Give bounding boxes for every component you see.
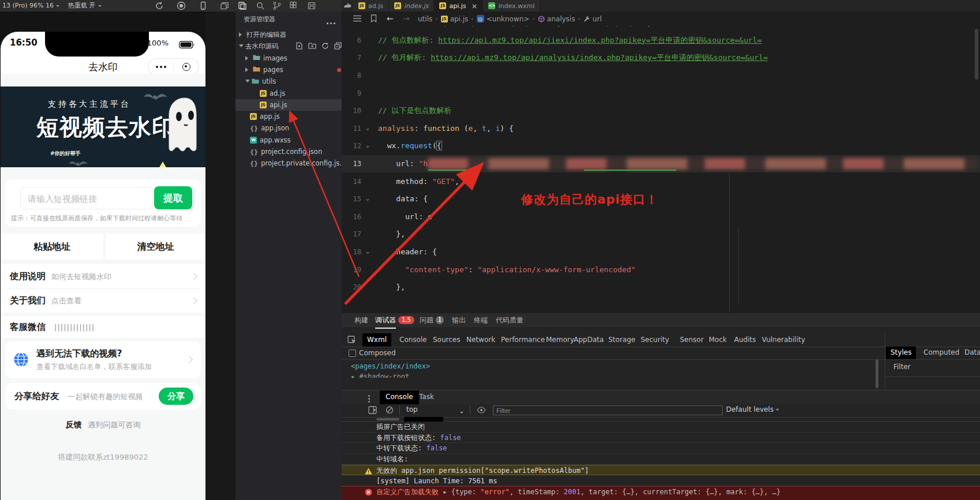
fold-chevron-icon[interactable]: ⌄ [366,142,369,148]
tab-index.wxml[interactable]: <>index.wxml [483,0,540,12]
extensions-icon[interactable] [289,1,298,10]
close-minibar-button[interactable] [174,59,199,75]
console-row-1[interactable]: 插屏广告已关闭 [342,422,980,433]
devtools-tab-storage[interactable]: Storage [604,333,640,347]
breadcrumb-item-apijs[interactable]: JSapi.js [441,15,469,23]
clear-button[interactable]: 清空地址 [106,234,205,260]
eye-icon[interactable] [477,407,486,415]
tree-scrollbar[interactable] [876,359,878,388]
fold-chevron-icon[interactable]: ⌄ [366,125,369,131]
wxml-shadow-root[interactable]: ▸ #shadow-root [351,373,409,378]
close-icon[interactable]: × [471,2,477,10]
tree-item-images[interactable]: images [235,52,351,64]
device-selector[interactable]: 13 (Pro) 96% 16 [2,0,59,12]
devtools-tab-network[interactable]: Network [462,333,500,347]
panel-tab-3[interactable]: 输出 [452,313,466,328]
hot-reload-toggle[interactable]: 热重载 开 [68,0,102,12]
panel-tab-2[interactable]: 问题 [420,313,433,328]
back-icon[interactable]: ← [387,14,394,23]
bookmark-icon[interactable] [371,14,377,24]
devtools-tab-sources[interactable]: Sources [428,333,465,347]
code-line-12[interactable]: 12⌄ wx.request({ [342,137,980,155]
devtools-tab-mock[interactable]: Mock [704,333,731,347]
code-line-11[interactable]: 11⌄analysis: function (e, t, i) { [342,120,980,138]
code-line-16[interactable]: 16 url: e [342,208,980,226]
share-button[interactable]: 分享 [159,388,193,405]
code-line-8[interactable]: 8 [342,67,980,85]
tree-item-appjs[interactable]: JSapp.js [235,111,356,122]
breadcrumb-item-utils[interactable]: utils [418,15,432,23]
devtools-tab-security[interactable]: Security [636,333,674,347]
code-editor[interactable]: 5// 包月解析: https://api.mz9.top/api/analys… [342,26,980,313]
code-line-17[interactable]: 17 }, [342,225,980,243]
devtools-tab-console[interactable]: Console [395,333,432,347]
refresh-icon[interactable] [155,1,164,10]
tree-item-pages[interactable]: pages [235,64,351,76]
styles-tab-styles[interactable]: Styles [886,347,916,359]
code-line-14[interactable]: 14 method: "GET", [342,173,980,191]
phone-preview-icon[interactable] [199,1,208,10]
wxml-tree[interactable]: <pages/index/index> ▸ #shadow-root [342,359,885,390]
devtools-tab-audits[interactable]: Audits [730,333,761,347]
devtools-tab-sensor[interactable]: Sensor [675,333,708,347]
list-item[interactable]: 使用说明如何去短视频水印 [10,264,111,288]
breadcrumb-item-analysis[interactable]: analysis [538,15,575,23]
save-layout-icon[interactable] [307,1,316,10]
log-levels-selector[interactable]: Default levels [726,405,779,413]
code-line-19[interactable]: 19 "content-type": "application/x-www-fo… [342,261,980,279]
record-icon[interactable] [177,1,186,10]
new-file-icon[interactable] [296,42,303,50]
help-card[interactable]: 遇到无法下载的视频? 查看下载域名白名单，联系客服添加 [5,341,201,378]
code-line-10[interactable]: 10// 以下是包点数解析 [342,102,980,120]
breadcrumb-item-unknown[interactable]: @<unknown> [477,15,530,23]
fold-chevron-icon[interactable]: ⌄ [366,196,369,201]
styles-filter-label[interactable]: Filter [893,363,911,371]
code-line-15[interactable]: 15⌄ data: { [342,190,980,208]
wxml-root-tag[interactable]: <pages/index/index> [351,362,430,370]
console-row-7[interactable]: 自定义广告加载失败 ▸ {type: "error", timeStamp: 2… [342,486,980,500]
tree-item-projectprivateconfigjs[interactable]: {}project.private.config.js… [235,157,356,169]
tab-index.js[interactable]: JSindex.js [389,0,434,12]
devtools-tab-appdata[interactable]: AppData [569,333,608,347]
code-line-20[interactable]: 20 }, [342,279,980,296]
panel-tab-4[interactable]: 终端 [474,313,488,328]
fold-chevron-icon[interactable]: ⌄ [366,249,369,254]
new-folder-icon[interactable] [308,42,316,49]
console-row-2[interactable]: 备用下载按钮状态: false [342,433,980,443]
tree-item-appjson[interactable]: {}app.json [235,122,356,134]
whale-icon[interactable] [343,1,352,10]
breadcrumb-item-url[interactable]: url [583,15,602,23]
dock-sidebar-icon[interactable] [368,406,377,416]
tree-item-utils[interactable]: utils [235,76,351,87]
extract-button[interactable]: 提取 [154,186,192,209]
code-line-6[interactable]: 6// 包点数解析: https://api.mz9.top/api/jiexi… [342,32,980,50]
context-selector[interactable]: top [406,405,418,413]
code-line-9[interactable]: 9 [342,85,980,103]
console-row-6[interactable]: [system] Launch Time: 7561 ms [342,476,980,487]
collapse-all-icon[interactable] [334,42,342,50]
kebab-menu-icon[interactable] [368,394,370,404]
search-icon[interactable] [256,1,265,10]
console-row-3[interactable]: 中转下载状态: false [342,443,980,454]
inspect-icon[interactable] [347,336,357,347]
paste-button[interactable]: 粘贴地址 [1,234,103,260]
more-menu-button[interactable] [148,59,173,75]
section-[interactable]: 打开的编辑器 [235,29,345,40]
editor-scrollbar[interactable] [975,29,978,80]
forward-icon[interactable]: → [403,14,410,23]
list-item[interactable]: 关于我们点击查看 [10,288,81,313]
console-row-0[interactable] [342,417,980,422]
code-line-13[interactable]: 13 url: "h [342,155,980,173]
explorer-icon[interactable] [238,1,247,10]
code-line-5[interactable]: 5// 包月解析: https://api.mz9.top/api/analys… [342,26,980,32]
devtools-tab-vulnerability[interactable]: Vulnerability [757,333,810,347]
tree-item-appwxss[interactable]: Wapp.wxss [235,134,356,146]
refresh-icon[interactable] [321,42,329,50]
section-[interactable]: 去水印源码 [235,40,345,52]
console-filter-input[interactable] [493,405,723,415]
outline-icon[interactable] [353,15,361,24]
git-branch-icon[interactable] [272,1,282,10]
code-line-7[interactable]: 7// 包月解析: https://api.mz9.top/api/analys… [342,49,980,67]
composed-checkbox[interactable] [349,349,356,357]
feedback-row[interactable]: 反馈 遇到问题可咨询 [1,419,205,430]
